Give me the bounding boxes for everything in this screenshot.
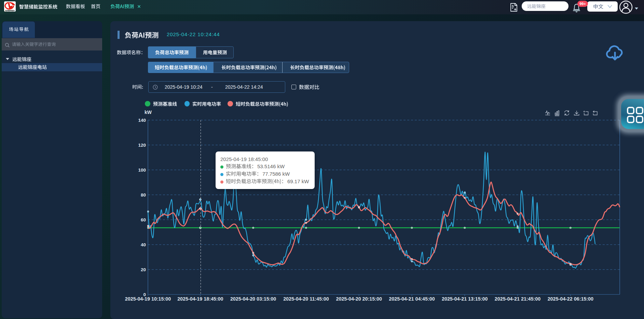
svg-text:2025-04-21 13:15:00: 2025-04-21 13:15:00 xyxy=(442,296,488,302)
svg-text:120: 120 xyxy=(138,143,146,148)
svg-text:20: 20 xyxy=(141,267,146,272)
svg-text:2025-04-19 10:15:00: 2025-04-19 10:15:00 xyxy=(125,296,171,302)
svg-text:kW: kW xyxy=(145,110,152,115)
svg-text:2025-04-19 18:45:00: 2025-04-19 18:45:00 xyxy=(177,296,223,302)
svg-text:100: 100 xyxy=(138,168,146,173)
svg-text:2025-04-20 20:15:00: 2025-04-20 20:15:00 xyxy=(336,296,382,302)
svg-text:2025-04-22 06:15:00: 2025-04-22 06:15:00 xyxy=(548,296,593,302)
svg-text:2025-04-21 21:45:00: 2025-04-21 21:45:00 xyxy=(495,296,540,302)
svg-text:2025-04-20 03:15:00: 2025-04-20 03:15:00 xyxy=(230,296,276,302)
svg-text:140: 140 xyxy=(138,118,146,123)
svg-text:40: 40 xyxy=(141,242,146,247)
svg-text:2025-04-21 04:45:00: 2025-04-21 04:45:00 xyxy=(389,296,435,302)
svg-text:60: 60 xyxy=(141,217,146,222)
svg-text:80: 80 xyxy=(141,192,146,198)
svg-text:2025-04-20 11:45:00: 2025-04-20 11:45:00 xyxy=(283,296,329,302)
